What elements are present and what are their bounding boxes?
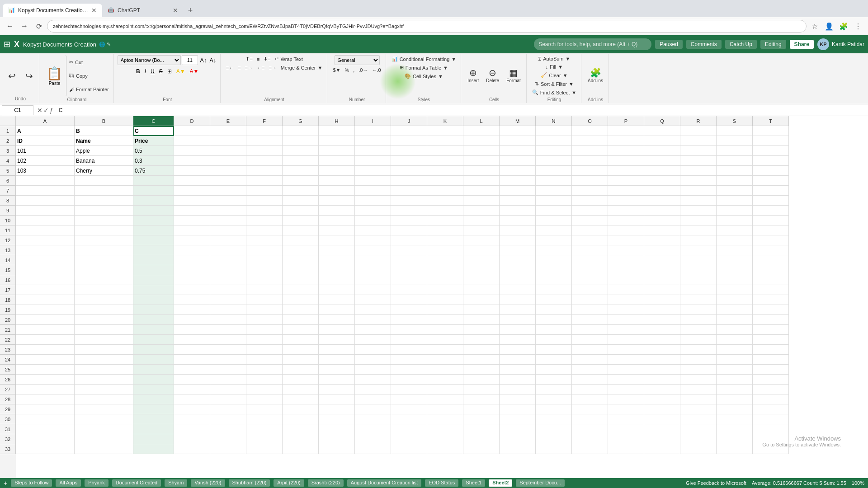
- cell-I27[interactable]: [355, 385, 391, 394]
- cell-G18[interactable]: [283, 295, 319, 305]
- cell-K3[interactable]: [427, 146, 463, 156]
- cell-B20[interactable]: [75, 315, 133, 325]
- cell-D5[interactable]: [174, 166, 210, 176]
- cell-D28[interactable]: [174, 394, 210, 404]
- cell-E6[interactable]: [210, 176, 246, 186]
- cell-P15[interactable]: [608, 265, 644, 275]
- cell-R31[interactable]: [680, 424, 717, 434]
- confirm-formula-icon[interactable]: ✓: [43, 107, 49, 114]
- cell-B17[interactable]: [75, 285, 133, 295]
- cell-R13[interactable]: [680, 245, 717, 255]
- cell-F5[interactable]: [246, 166, 283, 176]
- sheet-tab-shubham[interactable]: Shubham (220): [229, 479, 270, 487]
- col-header-b[interactable]: B: [75, 116, 133, 126]
- cell-P2[interactable]: [608, 136, 644, 146]
- cell-B12[interactable]: [75, 235, 133, 245]
- cell-J5[interactable]: [391, 166, 427, 176]
- cell-H9[interactable]: [319, 206, 355, 216]
- col-header-g[interactable]: G: [283, 116, 319, 126]
- cell-S30[interactable]: [717, 414, 753, 424]
- cell-Q24[interactable]: [644, 355, 680, 365]
- cell-K28[interactable]: [427, 394, 463, 404]
- cell-T28[interactable]: [753, 394, 789, 404]
- cell-O23[interactable]: [572, 345, 608, 355]
- cell-K24[interactable]: [427, 355, 463, 365]
- cell-T3[interactable]: [753, 146, 789, 156]
- cell-J27[interactable]: [391, 385, 427, 394]
- row-header-21[interactable]: 21: [0, 325, 16, 335]
- app-grid-icon[interactable]: ⊞: [4, 39, 10, 49]
- cell-C24[interactable]: [133, 355, 174, 365]
- cell-E32[interactable]: [210, 434, 246, 444]
- cell-O28[interactable]: [572, 394, 608, 404]
- cell-I24[interactable]: [355, 355, 391, 365]
- cell-G31[interactable]: [283, 424, 319, 434]
- cell-O3[interactable]: [572, 146, 608, 156]
- cell-D27[interactable]: [174, 385, 210, 394]
- cell-B27[interactable]: [75, 385, 133, 394]
- bold-button[interactable]: B: [134, 66, 142, 76]
- cell-T19[interactable]: [753, 305, 789, 315]
- cell-B24[interactable]: [75, 355, 133, 365]
- cell-E19[interactable]: [210, 305, 246, 315]
- cell-B23[interactable]: [75, 345, 133, 355]
- cell-K2[interactable]: [427, 136, 463, 146]
- cell-B29[interactable]: [75, 404, 133, 414]
- cell-M27[interactable]: [500, 385, 536, 394]
- cell-E1[interactable]: [210, 126, 246, 136]
- cell-G9[interactable]: [283, 206, 319, 216]
- cell-K16[interactable]: [427, 275, 463, 285]
- cell-P9[interactable]: [608, 206, 644, 216]
- cell-A11[interactable]: [16, 225, 75, 235]
- cell-D4[interactable]: [174, 156, 210, 166]
- cell-T23[interactable]: [753, 345, 789, 355]
- cell-A9[interactable]: [16, 206, 75, 216]
- sheet-tab-arpit[interactable]: Arpit (220): [274, 479, 304, 487]
- cell-F26[interactable]: [246, 375, 283, 385]
- cell-O26[interactable]: [572, 375, 608, 385]
- cell-B8[interactable]: [75, 196, 133, 206]
- cell-C26[interactable]: [133, 375, 174, 385]
- cell-R15[interactable]: [680, 265, 717, 275]
- cell-J13[interactable]: [391, 245, 427, 255]
- fill-button[interactable]: ↓ Fill ▼: [544, 63, 565, 70]
- cell-N7[interactable]: [536, 186, 572, 196]
- cell-R5[interactable]: [680, 166, 717, 176]
- cell-Q16[interactable]: [644, 275, 680, 285]
- cell-Q18[interactable]: [644, 295, 680, 305]
- cell-H6[interactable]: [319, 176, 355, 186]
- cell-M23[interactable]: [500, 345, 536, 355]
- cell-C17[interactable]: [133, 285, 174, 295]
- cell-K33[interactable]: [427, 444, 463, 454]
- sort-filter-button[interactable]: ⇅ Sort & Filter ▼: [533, 80, 576, 88]
- indent-decrease-button[interactable]: ←≡: [255, 64, 266, 71]
- cell-A26[interactable]: [16, 375, 75, 385]
- cell-A31[interactable]: [16, 424, 75, 434]
- cell-K9[interactable]: [427, 206, 463, 216]
- cell-D30[interactable]: [174, 414, 210, 424]
- cell-H12[interactable]: [319, 235, 355, 245]
- cell-M9[interactable]: [500, 206, 536, 216]
- catch-up-button[interactable]: Catch Up: [725, 40, 757, 49]
- cell-E25[interactable]: [210, 365, 246, 375]
- cell-M22[interactable]: [500, 335, 536, 345]
- cell-O13[interactable]: [572, 245, 608, 255]
- cell-P13[interactable]: [608, 245, 644, 255]
- cell-R7[interactable]: [680, 186, 717, 196]
- cell-R30[interactable]: [680, 414, 717, 424]
- cell-D17[interactable]: [174, 285, 210, 295]
- cell-O27[interactable]: [572, 385, 608, 394]
- cell-F11[interactable]: [246, 225, 283, 235]
- cell-J19[interactable]: [391, 305, 427, 315]
- cell-D3[interactable]: [174, 146, 210, 156]
- sheet-tab-allapps[interactable]: All Apps: [56, 479, 81, 487]
- cell-E31[interactable]: [210, 424, 246, 434]
- cell-R25[interactable]: [680, 365, 717, 375]
- cell-S31[interactable]: [717, 424, 753, 434]
- cell-A30[interactable]: [16, 414, 75, 424]
- cell-I22[interactable]: [355, 335, 391, 345]
- cell-H28[interactable]: [319, 394, 355, 404]
- cell-F23[interactable]: [246, 345, 283, 355]
- cell-A6[interactable]: [16, 176, 75, 186]
- cell-Q13[interactable]: [644, 245, 680, 255]
